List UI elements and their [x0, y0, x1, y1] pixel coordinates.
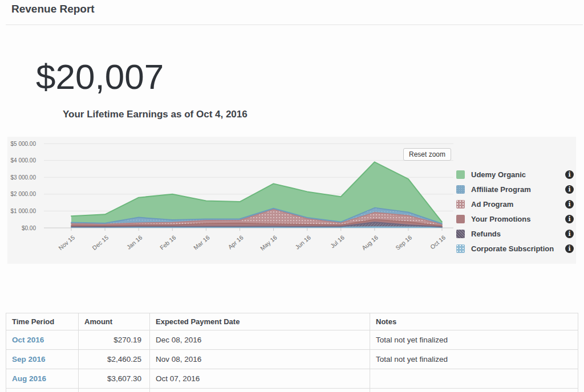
table-row: Sep 2016 $2,460.25 Nov 08, 2016 Total no… [6, 350, 578, 369]
svg-text:$5 000.00: $5 000.00 [11, 141, 36, 147]
notes-cell [370, 369, 578, 389]
svg-text:Aug 16: Aug 16 [360, 234, 379, 251]
revenue-report-page: Revenue Report $20,007 Your Lifetime Ear… [0, 0, 584, 392]
notes-cell: Total not yet finalized [370, 350, 578, 369]
svg-text:$2 000.00: $2 000.00 [11, 191, 36, 197]
col-header-time-period: Time Period [6, 313, 79, 330]
page-title: Revenue Report [11, 3, 95, 15]
amount-cell: $270.19 [79, 330, 150, 350]
date-cell: Nov 08, 2016 [150, 350, 370, 369]
svg-text:$4 000.00: $4 000.00 [11, 157, 36, 164]
svg-text:$1 000.00: $1 000.00 [11, 208, 36, 214]
reset-zoom-button[interactable]: Reset zoom [403, 148, 451, 161]
svg-text:Apr 16: Apr 16 [226, 234, 245, 250]
table-header-row: Time Period Amount Expected Payment Date… [6, 313, 578, 330]
svg-text:$3 000.00: $3 000.00 [11, 174, 36, 181]
period-link-sep-2016[interactable]: Sep 2016 [12, 355, 46, 364]
table-row-partial [6, 389, 578, 392]
legend-swatch-your-promotions [456, 215, 465, 223]
svg-text:Jun 16: Jun 16 [294, 234, 312, 251]
svg-text:Feb 16: Feb 16 [159, 234, 177, 251]
svg-text:$0.00: $0.00 [22, 225, 36, 231]
revenue-chart-panel: $0.00$1 000.00$2 000.00$3 000.00$4 000.0… [7, 137, 576, 264]
legend-label: Udemy Organic [471, 170, 526, 179]
legend-item-refunds[interactable]: Refunds i [456, 228, 574, 239]
legend-swatch-ad-program [456, 200, 465, 209]
legend-item-your-promotions[interactable]: Your Promotions i [456, 213, 574, 224]
legend-item-ad-program[interactable]: Ad Program i [456, 198, 574, 210]
info-icon[interactable]: i [565, 215, 574, 223]
svg-text:Dec 15: Dec 15 [91, 234, 110, 251]
col-header-notes: Notes [370, 313, 578, 330]
legend-item-affiliate-program[interactable]: Affiliate Program i [456, 183, 574, 195]
legend-label: Corporate Subscription [471, 244, 554, 253]
svg-text:Nov 15: Nov 15 [57, 234, 76, 251]
legend-swatch-corporate-subscription [456, 244, 465, 253]
svg-text:Mar 16: Mar 16 [192, 234, 211, 251]
table-row: Oct 2016 $270.19 Dec 08, 2016 Total not … [6, 330, 578, 350]
table-row: Aug 2016 $3,607.30 Oct 07, 2016 [6, 369, 578, 389]
info-icon[interactable]: i [565, 170, 574, 179]
header-divider [6, 24, 583, 25]
legend-label: Refunds [471, 230, 501, 238]
date-cell: Oct 07, 2016 [150, 369, 370, 389]
svg-text:May 16: May 16 [259, 234, 278, 251]
legend-label: Your Promotions [471, 215, 530, 223]
svg-text:Sep 16: Sep 16 [394, 234, 413, 251]
svg-text:Oct 16: Oct 16 [429, 234, 447, 250]
legend-label: Affiliate Program [471, 185, 531, 194]
period-link-oct-2016[interactable]: Oct 2016 [12, 336, 44, 344]
info-icon[interactable]: i [565, 200, 574, 209]
legend-item-corporate-subscription[interactable]: Corporate Subscription i [456, 243, 574, 254]
period-link-aug-2016[interactable]: Aug 2016 [12, 374, 46, 383]
svg-text:Jan 16: Jan 16 [125, 234, 144, 251]
amount-cell: $3,607.30 [79, 369, 150, 389]
info-icon[interactable]: i [565, 230, 574, 238]
legend-swatch-udemy-organic [456, 170, 465, 179]
payments-table: Time Period Amount Expected Payment Date… [6, 313, 578, 392]
col-header-amount: Amount [79, 313, 150, 330]
amount-cell: $2,460.25 [79, 350, 150, 369]
svg-text:Jul 16: Jul 16 [329, 234, 346, 249]
lifetime-earnings-caption: Your Lifetime Earnings as of Oct 4, 2016 [63, 109, 248, 120]
lifetime-earnings-amount: $20,007 [36, 59, 164, 95]
legend-label: Ad Program [471, 200, 513, 209]
date-cell: Dec 08, 2016 [150, 330, 370, 350]
info-icon[interactable]: i [565, 244, 574, 253]
notes-cell: Total not yet finalized [370, 330, 578, 350]
legend-item-udemy-organic[interactable]: Udemy Organic i [456, 169, 574, 180]
info-icon[interactable]: i [565, 185, 574, 194]
col-header-expected-payment-date: Expected Payment Date [150, 313, 370, 330]
legend-swatch-refunds [456, 230, 465, 238]
chart-legend: Udemy Organic i Affiliate Program i Ad P… [456, 169, 574, 254]
legend-swatch-affiliate-program [456, 185, 465, 194]
